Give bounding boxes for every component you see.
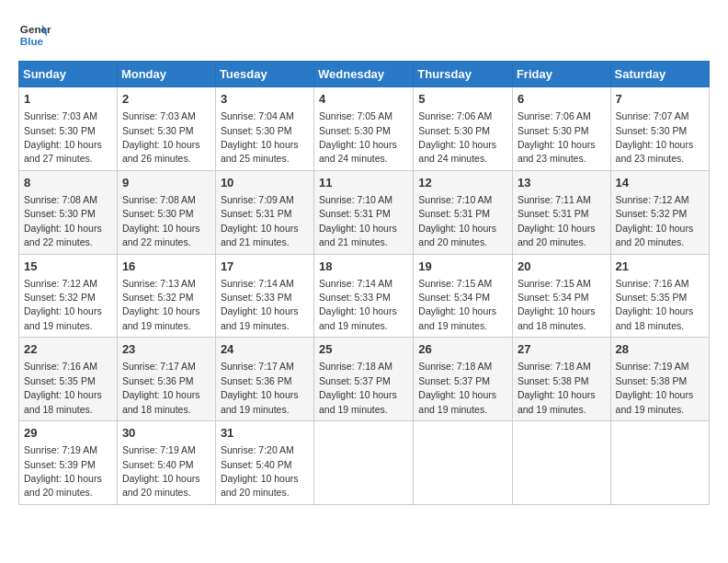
day-info: Sunrise: 7:05 AMSunset: 5:30 PMDaylight:…	[319, 110, 397, 164]
day-number: 20	[518, 259, 606, 275]
day-number: 1	[24, 91, 112, 108]
calendar-cell: 27Sunrise: 7:18 AMSunset: 5:38 PMDayligh…	[512, 338, 610, 421]
day-number: 27	[518, 341, 606, 358]
calendar-week-4: 22Sunrise: 7:16 AMSunset: 5:35 PMDayligh…	[19, 338, 710, 421]
calendar-cell	[314, 421, 414, 505]
calendar-week-5: 29Sunrise: 7:19 AMSunset: 5:39 PMDayligh…	[19, 421, 710, 505]
calendar-cell: 2Sunrise: 7:03 AMSunset: 5:30 PMDaylight…	[117, 87, 215, 171]
day-header-thursday: Thursday	[414, 62, 513, 87]
day-number: 28	[616, 341, 704, 358]
calendar-cell: 8Sunrise: 7:08 AMSunset: 5:30 PMDaylight…	[19, 170, 118, 254]
calendar-cell	[414, 421, 513, 505]
day-number: 23	[122, 341, 210, 358]
calendar-cell	[512, 421, 610, 505]
day-info: Sunrise: 7:12 AMSunset: 5:32 PMDaylight:…	[24, 278, 102, 331]
day-number: 17	[221, 259, 309, 275]
calendar-cell: 29Sunrise: 7:19 AMSunset: 5:39 PMDayligh…	[19, 421, 118, 505]
calendar-cell: 14Sunrise: 7:12 AMSunset: 5:32 PMDayligh…	[610, 170, 709, 254]
day-number: 21	[616, 259, 704, 275]
day-info: Sunrise: 7:10 AMSunset: 5:31 PMDaylight:…	[319, 194, 397, 247]
day-info: Sunrise: 7:14 AMSunset: 5:33 PMDaylight:…	[221, 278, 299, 331]
day-header-tuesday: Tuesday	[215, 62, 313, 87]
day-header-wednesday: Wednesday	[314, 62, 414, 87]
calendar-cell: 9Sunrise: 7:08 AMSunset: 5:30 PMDaylight…	[117, 170, 215, 254]
calendar-table: SundayMondayTuesdayWednesdayThursdayFrid…	[18, 61, 710, 505]
day-number: 3	[221, 91, 309, 108]
day-info: Sunrise: 7:18 AMSunset: 5:37 PMDaylight:…	[319, 361, 397, 414]
calendar-week-1: 1Sunrise: 7:03 AMSunset: 5:30 PMDaylight…	[19, 87, 710, 171]
day-info: Sunrise: 7:15 AMSunset: 5:34 PMDaylight:…	[518, 278, 596, 331]
day-info: Sunrise: 7:19 AMSunset: 5:39 PMDaylight:…	[24, 444, 102, 498]
day-number: 2	[122, 91, 210, 108]
day-info: Sunrise: 7:18 AMSunset: 5:38 PMDaylight:…	[518, 361, 596, 414]
day-info: Sunrise: 7:03 AMSunset: 5:30 PMDaylight:…	[122, 110, 200, 164]
calendar-cell: 5Sunrise: 7:06 AMSunset: 5:30 PMDaylight…	[414, 87, 513, 171]
logo: General Blue	[18, 18, 55, 52]
day-info: Sunrise: 7:08 AMSunset: 5:30 PMDaylight:…	[122, 194, 200, 247]
day-number: 30	[122, 425, 210, 442]
day-info: Sunrise: 7:18 AMSunset: 5:37 PMDaylight:…	[418, 361, 496, 414]
calendar-cell: 31Sunrise: 7:20 AMSunset: 5:40 PMDayligh…	[215, 421, 313, 505]
calendar-cell: 19Sunrise: 7:15 AMSunset: 5:34 PMDayligh…	[414, 254, 513, 338]
day-info: Sunrise: 7:19 AMSunset: 5:38 PMDaylight:…	[616, 361, 694, 414]
day-number: 10	[221, 175, 309, 191]
day-number: 19	[418, 259, 507, 275]
calendar-cell: 6Sunrise: 7:06 AMSunset: 5:30 PMDaylight…	[512, 87, 610, 171]
day-number: 12	[418, 175, 507, 191]
day-info: Sunrise: 7:19 AMSunset: 5:40 PMDaylight:…	[122, 444, 200, 498]
calendar-cell: 15Sunrise: 7:12 AMSunset: 5:32 PMDayligh…	[19, 254, 118, 338]
day-number: 13	[518, 175, 606, 191]
day-info: Sunrise: 7:06 AMSunset: 5:30 PMDaylight:…	[418, 110, 496, 164]
day-number: 4	[319, 91, 408, 108]
day-number: 24	[221, 341, 309, 358]
day-number: 31	[221, 425, 309, 442]
day-header-monday: Monday	[117, 62, 215, 87]
day-number: 8	[24, 175, 112, 191]
day-info: Sunrise: 7:04 AMSunset: 5:30 PMDaylight:…	[221, 110, 299, 164]
day-info: Sunrise: 7:07 AMSunset: 5:30 PMDaylight:…	[616, 110, 694, 164]
calendar-cell: 4Sunrise: 7:05 AMSunset: 5:30 PMDaylight…	[314, 87, 414, 171]
day-info: Sunrise: 7:08 AMSunset: 5:30 PMDaylight:…	[24, 194, 102, 247]
day-number: 11	[319, 175, 408, 191]
day-info: Sunrise: 7:10 AMSunset: 5:31 PMDaylight:…	[418, 194, 496, 247]
calendar-week-3: 15Sunrise: 7:12 AMSunset: 5:32 PMDayligh…	[19, 254, 710, 338]
calendar-cell: 7Sunrise: 7:07 AMSunset: 5:30 PMDaylight…	[610, 87, 709, 171]
day-info: Sunrise: 7:09 AMSunset: 5:31 PMDaylight:…	[221, 194, 299, 247]
day-number: 25	[319, 341, 408, 358]
calendar-cell: 20Sunrise: 7:15 AMSunset: 5:34 PMDayligh…	[512, 254, 610, 338]
calendar-cell: 21Sunrise: 7:16 AMSunset: 5:35 PMDayligh…	[610, 254, 709, 338]
calendar-cell: 23Sunrise: 7:17 AMSunset: 5:36 PMDayligh…	[117, 338, 215, 421]
calendar-cell: 12Sunrise: 7:10 AMSunset: 5:31 PMDayligh…	[414, 170, 513, 254]
day-number: 29	[24, 425, 112, 442]
calendar-cell	[610, 421, 709, 505]
day-number: 14	[616, 175, 704, 191]
calendar-cell: 16Sunrise: 7:13 AMSunset: 5:32 PMDayligh…	[117, 254, 215, 338]
calendar-cell: 13Sunrise: 7:11 AMSunset: 5:31 PMDayligh…	[512, 170, 610, 254]
day-number: 15	[24, 259, 112, 275]
day-info: Sunrise: 7:15 AMSunset: 5:34 PMDaylight:…	[418, 278, 496, 331]
day-info: Sunrise: 7:14 AMSunset: 5:33 PMDaylight:…	[319, 278, 397, 331]
day-info: Sunrise: 7:16 AMSunset: 5:35 PMDaylight:…	[24, 361, 102, 414]
calendar-cell: 10Sunrise: 7:09 AMSunset: 5:31 PMDayligh…	[215, 170, 313, 254]
day-info: Sunrise: 7:13 AMSunset: 5:32 PMDaylight:…	[122, 278, 200, 331]
calendar-cell: 25Sunrise: 7:18 AMSunset: 5:37 PMDayligh…	[314, 338, 414, 421]
calendar-cell: 3Sunrise: 7:04 AMSunset: 5:30 PMDaylight…	[215, 87, 313, 171]
day-number: 18	[319, 259, 408, 275]
calendar-cell: 18Sunrise: 7:14 AMSunset: 5:33 PMDayligh…	[314, 254, 414, 338]
calendar-week-2: 8Sunrise: 7:08 AMSunset: 5:30 PMDaylight…	[19, 170, 710, 254]
calendar-cell: 30Sunrise: 7:19 AMSunset: 5:40 PMDayligh…	[117, 421, 215, 505]
logo-icon: General Blue	[18, 18, 51, 52]
day-number: 5	[418, 91, 507, 108]
day-number: 6	[518, 91, 606, 108]
calendar-cell: 26Sunrise: 7:18 AMSunset: 5:37 PMDayligh…	[414, 338, 513, 421]
day-header-friday: Friday	[512, 62, 610, 87]
svg-text:Blue: Blue	[20, 35, 44, 47]
day-number: 7	[616, 91, 704, 108]
day-info: Sunrise: 7:17 AMSunset: 5:36 PMDaylight:…	[221, 361, 299, 414]
calendar-cell: 11Sunrise: 7:10 AMSunset: 5:31 PMDayligh…	[314, 170, 414, 254]
calendar-cell: 1Sunrise: 7:03 AMSunset: 5:30 PMDaylight…	[19, 87, 118, 171]
day-header-saturday: Saturday	[610, 62, 709, 87]
calendar-cell: 17Sunrise: 7:14 AMSunset: 5:33 PMDayligh…	[215, 254, 313, 338]
calendar-cell: 24Sunrise: 7:17 AMSunset: 5:36 PMDayligh…	[215, 338, 313, 421]
day-number: 22	[24, 341, 112, 358]
